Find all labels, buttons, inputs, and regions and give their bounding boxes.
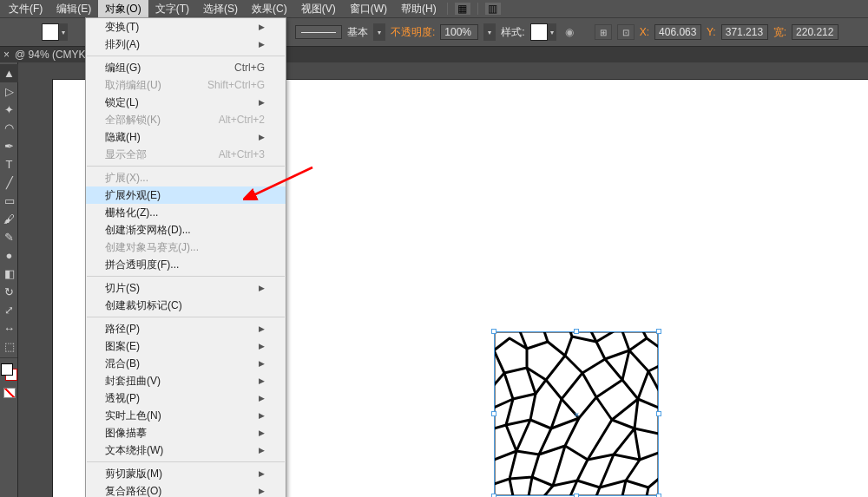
menu-item-label: 排列(A) xyxy=(105,37,140,52)
y-label: Y: xyxy=(707,26,716,38)
menu-item[interactable]: 混合(B)▶ xyxy=(86,355,286,372)
menu-item[interactable]: 栅格化(Z)... xyxy=(86,204,286,221)
width-tool[interactable]: ↔ xyxy=(0,319,18,337)
rectangle-tool[interactable]: ▭ xyxy=(0,192,18,210)
menu-effect[interactable]: 效果(C) xyxy=(245,0,294,18)
type-tool[interactable]: T xyxy=(0,155,18,173)
brush-tool[interactable]: 🖌 xyxy=(0,210,18,228)
pencil-tool[interactable]: ✎ xyxy=(0,228,18,246)
opacity-input[interactable] xyxy=(440,24,478,40)
chevron-down-icon: ▾ xyxy=(548,23,556,41)
menu-file[interactable]: 文件(F) xyxy=(2,0,49,18)
menu-item[interactable]: 锁定(L)▶ xyxy=(86,94,286,111)
resize-handle[interactable] xyxy=(491,494,496,497)
menu-item[interactable]: 拼合透明度(F)... xyxy=(86,256,286,273)
menu-view[interactable]: 视图(V) xyxy=(294,0,343,18)
menu-item[interactable]: 扩展外观(E) xyxy=(86,186,286,204)
menu-item[interactable]: 创建渐变网格(D)... xyxy=(86,221,286,239)
menu-shortcut: Shift+Ctrl+G xyxy=(207,79,265,91)
chevron-down-icon[interactable]: ▾ xyxy=(483,23,496,41)
menu-item[interactable]: 编组(G)Ctrl+G xyxy=(86,59,286,76)
direct-selection-tool[interactable]: ▷ xyxy=(0,82,18,101)
submenu-arrow-icon: ▶ xyxy=(259,487,265,495)
menu-object[interactable]: 对象(O) xyxy=(98,0,148,18)
resize-handle[interactable] xyxy=(656,329,661,334)
tools-panel: ▲▷✦◠✒T╱▭🖌✎●◧↻⤢↔⬚ xyxy=(0,62,18,497)
blob-tool[interactable]: ● xyxy=(0,246,18,265)
opacity-label[interactable]: 不透明度: xyxy=(391,25,435,40)
doc-title: @ 94% (CMYK xyxy=(15,49,86,61)
lasso-tool[interactable]: ◠ xyxy=(0,119,18,137)
menu-item-label: 变换(T) xyxy=(105,20,139,35)
resize-handle[interactable] xyxy=(574,494,579,497)
pen-tool[interactable]: ✒ xyxy=(0,137,18,155)
resize-handle[interactable] xyxy=(656,494,661,497)
resize-handle[interactable] xyxy=(574,329,579,334)
fill-swatch[interactable]: ▾ xyxy=(42,23,68,41)
submenu-arrow-icon: ▶ xyxy=(259,40,265,49)
chevron-down-icon[interactable]: ▾ xyxy=(373,23,385,41)
x-label: X: xyxy=(640,26,649,38)
stroke-style-swatch[interactable] xyxy=(295,25,342,39)
scale-tool[interactable]: ⤢ xyxy=(0,301,18,319)
y-input[interactable] xyxy=(721,24,768,40)
menu-select[interactable]: 选择(S) xyxy=(196,0,245,18)
menu-item[interactable]: 排列(A)▶ xyxy=(86,36,286,53)
submenu-arrow-icon: ▶ xyxy=(259,23,265,31)
menu-item[interactable]: 隐藏(H)▶ xyxy=(86,128,286,146)
free-transform-tool[interactable]: ⬚ xyxy=(0,337,18,356)
menu-item[interactable]: 切片(S)▶ xyxy=(86,279,286,297)
x-input[interactable] xyxy=(654,24,701,40)
resize-handle[interactable] xyxy=(656,411,661,416)
eraser-tool[interactable]: ◧ xyxy=(0,265,18,283)
recolor-icon[interactable]: ◉ xyxy=(562,24,577,40)
menu-item[interactable]: 图案(E)▶ xyxy=(86,337,286,355)
menu-item[interactable]: 封套扭曲(V)▶ xyxy=(86,372,286,389)
menu-item[interactable]: 路径(P)▶ xyxy=(86,320,286,337)
line-tool[interactable]: ╱ xyxy=(0,173,18,192)
menu-item-label: 复合路径(O) xyxy=(105,484,161,498)
rotate-tool[interactable]: ↻ xyxy=(0,283,18,301)
selected-object[interactable]: ✕ xyxy=(494,331,659,496)
layout-icon[interactable]: ▥ xyxy=(485,3,501,15)
transform-anchor-icon[interactable]: ⊡ xyxy=(617,24,635,40)
menu-item-label: 透视(P) xyxy=(105,391,140,406)
align-icon[interactable]: ⊞ xyxy=(595,24,612,40)
submenu-arrow-icon: ▶ xyxy=(259,133,265,141)
style-swatch[interactable]: ▾ xyxy=(530,23,556,41)
w-input[interactable] xyxy=(792,24,838,40)
submenu-arrow-icon: ▶ xyxy=(259,469,265,478)
menu-item[interactable]: 文本绕排(W)▶ xyxy=(86,441,286,459)
menu-item-label: 扩展外观(E) xyxy=(105,188,161,203)
close-icon[interactable]: × xyxy=(3,49,10,61)
selection-tool[interactable]: ▲ xyxy=(0,64,18,82)
menu-edit[interactable]: 编辑(E) xyxy=(49,0,98,18)
resize-handle[interactable] xyxy=(491,411,496,416)
menu-item-label: 实时上色(N) xyxy=(105,409,161,423)
menu-item-label: 显示全部 xyxy=(105,147,147,162)
menu-item[interactable]: 变换(T)▶ xyxy=(86,18,286,36)
menu-item[interactable]: 图像描摹▶ xyxy=(86,424,286,441)
menubar: 文件(F) 编辑(E) 对象(O) 文字(T) 选择(S) 效果(C) 视图(V… xyxy=(0,0,868,17)
menu-shortcut: Alt+Ctrl+3 xyxy=(219,148,265,160)
fill-stroke-swatches[interactable] xyxy=(0,363,18,386)
menu-window[interactable]: 窗口(W) xyxy=(343,0,394,18)
menu-item-label: 混合(B) xyxy=(105,356,140,371)
resize-handle[interactable] xyxy=(491,329,496,334)
draw-mode-icon[interactable] xyxy=(0,386,18,400)
workspace-icon[interactable]: ▦ xyxy=(455,3,470,15)
menu-item[interactable]: 创建裁切标记(C) xyxy=(86,297,286,314)
submenu-arrow-icon: ▶ xyxy=(259,376,265,385)
menu-item[interactable]: 透视(P)▶ xyxy=(86,389,286,407)
submenu-arrow-icon: ▶ xyxy=(259,359,265,368)
divider xyxy=(477,3,478,15)
menu-item[interactable]: 剪切蒙版(M)▶ xyxy=(86,465,286,482)
menu-item: 创建对象马赛克(J)... xyxy=(86,239,286,256)
menu-item: 显示全部Alt+Ctrl+3 xyxy=(86,146,286,163)
menu-item[interactable]: 实时上色(N)▶ xyxy=(86,407,286,424)
menu-item[interactable]: 复合路径(O)▶ xyxy=(86,482,286,497)
magic-wand-tool[interactable]: ✦ xyxy=(0,101,18,119)
menu-type[interactable]: 文字(T) xyxy=(148,0,196,18)
menu-item-label: 文本绕排(W) xyxy=(105,443,163,458)
menu-help[interactable]: 帮助(H) xyxy=(394,0,444,18)
